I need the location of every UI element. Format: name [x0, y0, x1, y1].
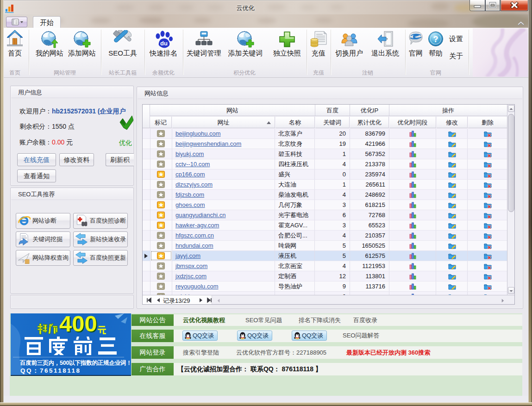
svg-text:du: du — [160, 40, 168, 47]
svg-text:?: ? — [433, 35, 438, 44]
